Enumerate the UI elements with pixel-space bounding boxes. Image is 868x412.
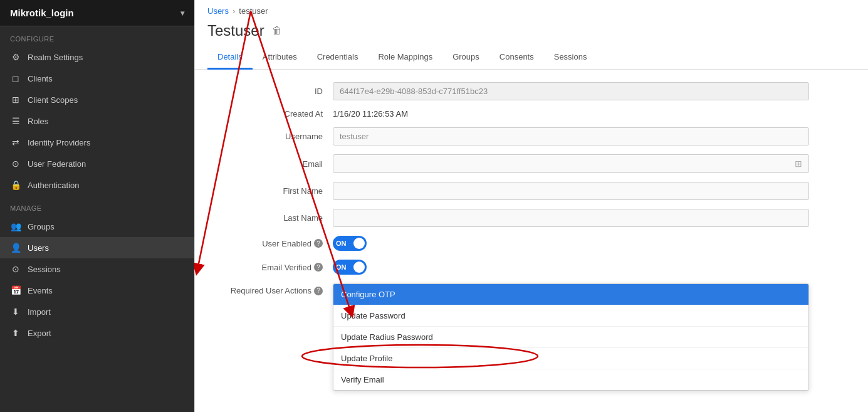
dropdown-item-verify-email[interactable]: Verify Email bbox=[333, 369, 808, 390]
configure-section-label: Configure bbox=[0, 26, 194, 46]
form-area: ID Created At 1/16/20 11:26:53 AM Userna… bbox=[195, 70, 868, 412]
events-icon: 📅 bbox=[10, 285, 21, 295]
main-content: Users › testuser Testuser 🗑 Details Attr… bbox=[194, 0, 868, 412]
sidebar-item-identity-providers[interactable]: ⇄ Identity Providers bbox=[0, 132, 194, 153]
email-verified-toggle[interactable]: ON bbox=[333, 260, 367, 275]
dropdown-item-update-radius-password[interactable]: Update Radius Password bbox=[333, 327, 808, 348]
required-actions-label: Required User Actions ? bbox=[207, 283, 333, 295]
sidebar-item-users[interactable]: 👤 Users bbox=[0, 237, 194, 258]
tab-role-mappings[interactable]: Role Mappings bbox=[368, 46, 442, 70]
email-verified-help-icon[interactable]: ? bbox=[314, 263, 323, 272]
realm-settings-icon: ⚙ bbox=[10, 52, 21, 62]
required-actions-help-icon[interactable]: ? bbox=[314, 287, 323, 295]
id-row: ID bbox=[207, 82, 855, 100]
tab-sessions[interactable]: Sessions bbox=[544, 46, 597, 70]
main-wrapper: Users › testuser Testuser 🗑 Details Attr… bbox=[194, 0, 868, 412]
app-header[interactable]: Mikrotik_login ▾ bbox=[0, 0, 194, 26]
sidebar-item-label: Users bbox=[28, 243, 49, 253]
sidebar-item-import[interactable]: ⬇ Import bbox=[0, 301, 194, 322]
sidebar-item-label: Events bbox=[28, 286, 53, 295]
created-at-row: Created At 1/16/20 11:26:53 AM bbox=[207, 109, 855, 119]
email-verified-toggle-wrap: ON bbox=[333, 260, 367, 275]
sidebar-item-sessions[interactable]: ⊙ Sessions bbox=[0, 258, 194, 280]
sidebar-item-label: Import bbox=[28, 307, 51, 317]
user-federation-icon: ⊙ bbox=[10, 159, 21, 169]
sidebar-item-label: Identity Providers bbox=[28, 138, 90, 147]
sidebar-item-events[interactable]: 📅 Events bbox=[0, 280, 194, 301]
users-icon: 👤 bbox=[10, 243, 21, 253]
sidebar-item-groups[interactable]: 👥 Groups bbox=[0, 216, 194, 237]
user-enabled-toggle-wrap: ON bbox=[333, 236, 367, 251]
email-icon: ⊞ bbox=[795, 159, 802, 169]
sidebar-item-export[interactable]: ⬆ Export bbox=[0, 322, 194, 344]
required-actions-row: Required User Actions ? Configure OTP Up… bbox=[207, 283, 855, 391]
sidebar-item-label: Sessions bbox=[28, 265, 61, 274]
app-title: Mikrotik_login bbox=[10, 8, 74, 18]
sidebar-item-user-federation[interactable]: ⊙ User Federation bbox=[0, 153, 194, 174]
chevron-down-icon: ▾ bbox=[180, 9, 184, 18]
dropdown-item-update-profile[interactable]: Update Profile bbox=[333, 348, 808, 369]
toggle-knob bbox=[353, 261, 365, 273]
last-name-field[interactable] bbox=[333, 209, 809, 227]
sidebar-item-label: Roles bbox=[28, 117, 48, 126]
username-label: Username bbox=[207, 132, 333, 141]
tab-credentials[interactable]: Credentials bbox=[307, 46, 369, 70]
email-verified-label: Email Verified ? bbox=[207, 263, 333, 272]
sidebar-item-roles[interactable]: ☰ Roles bbox=[0, 110, 194, 132]
username-row: Username bbox=[207, 127, 855, 145]
identity-providers-icon: ⇄ bbox=[10, 137, 21, 147]
breadcrumb-users-link[interactable]: Users bbox=[207, 6, 229, 16]
clients-icon: ◻ bbox=[10, 73, 21, 83]
sidebar-item-client-scopes[interactable]: ⊞ Client Scopes bbox=[0, 89, 194, 110]
user-enabled-row: User Enabled ? ON bbox=[207, 236, 855, 251]
breadcrumb-current: testuser bbox=[239, 6, 268, 16]
user-enabled-help-icon[interactable]: ? bbox=[314, 239, 323, 248]
required-actions-dropdown: Configure OTP Update Password Update Rad… bbox=[333, 283, 809, 391]
user-enabled-toggle[interactable]: ON bbox=[333, 236, 367, 251]
tab-attributes[interactable]: Attributes bbox=[253, 46, 307, 70]
sidebar-item-label: Authentication bbox=[28, 181, 79, 190]
first-name-label: First Name bbox=[207, 186, 333, 196]
dropdown-box: Configure OTP Update Password Update Rad… bbox=[333, 283, 809, 391]
id-label: ID bbox=[207, 87, 333, 96]
breadcrumb: Users › testuser bbox=[195, 0, 868, 18]
tabs-bar: Details Attributes Credentials Role Mapp… bbox=[195, 46, 868, 70]
last-name-label: Last Name bbox=[207, 213, 333, 223]
id-field[interactable] bbox=[333, 82, 809, 100]
delete-user-button[interactable]: 🗑 bbox=[272, 25, 282, 36]
sidebar-item-label: Export bbox=[28, 329, 51, 338]
email-field[interactable]: ⊞ bbox=[333, 154, 809, 173]
username-field[interactable] bbox=[333, 127, 809, 145]
page-title-row: Testuser 🗑 bbox=[195, 18, 868, 46]
dropdown-item-update-password[interactable]: Update Password bbox=[333, 305, 808, 327]
breadcrumb-separator: › bbox=[233, 6, 235, 16]
sidebar-item-clients[interactable]: ◻ Clients bbox=[0, 68, 194, 89]
groups-icon: 👥 bbox=[10, 221, 21, 231]
import-icon: ⬇ bbox=[10, 307, 21, 317]
sidebar-item-label: Client Scopes bbox=[28, 95, 78, 105]
sidebar-item-authentication[interactable]: 🔒 Authentication bbox=[0, 174, 194, 196]
page-title: Testuser bbox=[207, 22, 264, 40]
first-name-field[interactable] bbox=[333, 182, 809, 200]
toggle-knob bbox=[353, 238, 365, 249]
sidebar-item-label: Clients bbox=[28, 74, 53, 83]
email-row: Email ⊞ bbox=[207, 154, 855, 173]
roles-icon: ☰ bbox=[10, 116, 21, 126]
authentication-icon: 🔒 bbox=[10, 180, 21, 190]
sidebar: Mikrotik_login ▾ Configure ⚙ Realm Setti… bbox=[0, 0, 194, 412]
tab-details[interactable]: Details bbox=[207, 46, 253, 70]
sidebar-item-label: Groups bbox=[28, 222, 55, 231]
dropdown-item-configure-otp[interactable]: Configure OTP bbox=[333, 284, 808, 305]
toggle-on-label: ON bbox=[336, 263, 347, 271]
last-name-row: Last Name bbox=[207, 209, 855, 227]
created-at-label: Created At bbox=[207, 109, 333, 119]
email-verified-row: Email Verified ? ON bbox=[207, 260, 855, 275]
tab-consents[interactable]: Consents bbox=[489, 46, 544, 70]
created-at-value: 1/16/20 11:26:53 AM bbox=[333, 109, 408, 119]
first-name-row: First Name bbox=[207, 182, 855, 200]
export-icon: ⬆ bbox=[10, 328, 21, 338]
manage-section-label: Manage bbox=[0, 196, 194, 216]
sidebar-item-label: Realm Settings bbox=[28, 53, 83, 62]
tab-groups[interactable]: Groups bbox=[442, 46, 489, 70]
sidebar-item-realm-settings[interactable]: ⚙ Realm Settings bbox=[0, 46, 194, 68]
